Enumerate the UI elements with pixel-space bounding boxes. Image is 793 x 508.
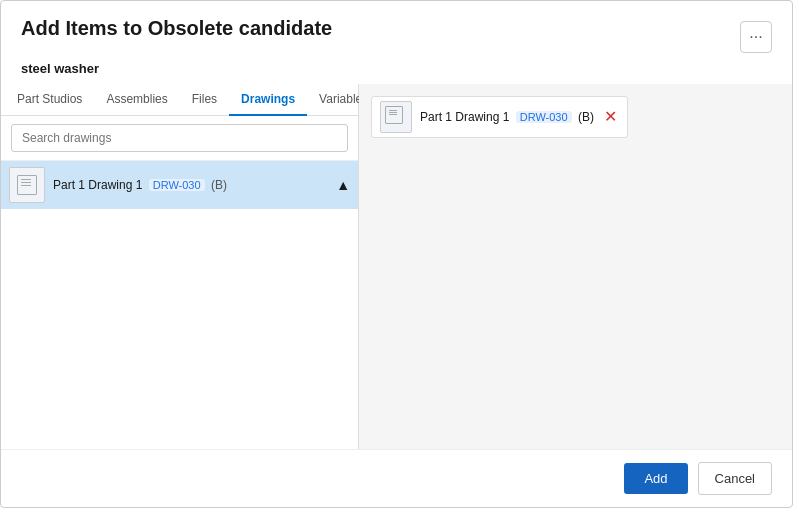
selected-thumbnail <box>380 101 412 133</box>
selected-code: DRW-030 <box>516 111 572 123</box>
item-name: Part 1 Drawing 1 <box>53 178 142 192</box>
dialog-header: Add Items to Obsolete candidate ··· <box>1 1 792 61</box>
left-panel: Part Studios Assemblies Files Drawings V… <box>1 84 359 449</box>
selected-label: Part 1 Drawing 1 DRW-030 (B) <box>420 110 594 124</box>
more-options-button[interactable]: ··· <box>740 21 772 53</box>
tabs-bar: Part Studios Assemblies Files Drawings V… <box>1 84 358 116</box>
selected-version: (B) <box>578 110 594 124</box>
thumbnail-graphic <box>13 171 41 199</box>
item-label: Part 1 Drawing 1 DRW-030 (B) <box>53 178 328 192</box>
more-icon: ··· <box>749 28 762 46</box>
dialog-subtitle: steel washer <box>1 61 792 84</box>
selected-item: Part 1 Drawing 1 DRW-030 (B) ✕ <box>371 96 628 138</box>
list-item[interactable]: Part 1 Drawing 1 DRW-030 (B) ▲ <box>1 161 358 209</box>
item-code: DRW-030 <box>149 179 205 191</box>
right-panel: Part 1 Drawing 1 DRW-030 (B) ✕ <box>359 84 792 449</box>
add-indicator-icon: ▲ <box>336 177 350 193</box>
selected-name: Part 1 Drawing 1 <box>420 110 509 124</box>
add-button[interactable]: Add <box>624 463 687 494</box>
tab-part-studios[interactable]: Part Studios <box>5 84 94 116</box>
remove-button[interactable]: ✕ <box>602 107 619 127</box>
search-input[interactable] <box>11 124 348 152</box>
item-list: Part 1 Drawing 1 DRW-030 (B) ▲ <box>1 161 358 449</box>
cancel-button[interactable]: Cancel <box>698 462 772 495</box>
dialog-footer: Add Cancel <box>1 449 792 507</box>
tab-files[interactable]: Files <box>180 84 229 116</box>
item-version: (B) <box>211 178 227 192</box>
dialog-title: Add Items to Obsolete candidate <box>21 17 332 40</box>
search-box <box>1 116 358 161</box>
tab-drawings[interactable]: Drawings <box>229 84 307 116</box>
dialog: Add Items to Obsolete candidate ··· stee… <box>0 0 793 508</box>
item-thumbnail <box>9 167 45 203</box>
dialog-body: Part Studios Assemblies Files Drawings V… <box>1 84 792 449</box>
tab-assemblies[interactable]: Assemblies <box>94 84 179 116</box>
